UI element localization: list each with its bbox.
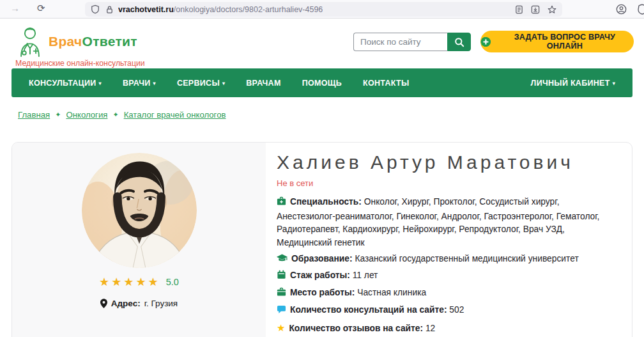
online-status: Не в сети [277,178,620,188]
ask-question-button[interactable]: ЗАДАТЬ ВОПРОС ВРАЧУ ОНЛАЙН [480,31,634,52]
nav-label: КОНСУЛЬТАЦИИ [29,79,96,88]
doctor-logo-icon [15,26,45,58]
doctor-fields: Специальность: Онколог, Хирург, Проктоло… [277,196,620,335]
page: → ⟳ vrachotvetit.ru/onkologiya/doctors/9… [0,0,644,337]
field-specialty: Специальность: Онколог, Хирург, Проктоло… [277,196,620,250]
site-header: ВрачОтветит Медицинские онлайн-консульта… [0,19,644,68]
chevron-down-icon: ▾ [613,81,615,86]
logo-part-1: Врач [49,34,82,49]
address-bar[interactable]: vrachotvetit.ru/onkologiya/doctors/9802-… [85,2,562,17]
field-workplace: Место работы: Частная клиника [277,286,620,301]
field-label: Специальность: [290,197,362,207]
field-value: Казанский государственный медицинский ун… [355,254,578,263]
logo-text: ВрачОтветит [49,34,137,49]
star-icon: ★ [277,322,285,333]
doctor-card: ★★★★★ 5.0 Адрес: г. Грузия Халиев Артур … [12,142,632,337]
nav-item-doctors[interactable]: ВРАЧИ▾ [123,79,156,88]
nav-item-account[interactable]: ЛИЧНЫЙ КАБИНЕТ▾ [531,79,615,88]
forward-icon[interactable]: → [10,3,20,13]
extension-icon[interactable] [637,4,644,15]
nav-item-for-doctors[interactable]: ВРАЧАМ [246,79,280,88]
shield-icon[interactable] [91,4,100,14]
field-label: Место работы: [290,288,355,297]
calendar-icon [277,270,286,284]
url-path: /onkologiya/doctors/9802-arturhaliev-459… [174,5,323,14]
nav-item-contacts[interactable]: КОНТАКТЫ [363,79,409,88]
doctor-card-right: Халиев Артур Маратович Не в сети Специал… [266,143,632,337]
doctor-card-left: ★★★★★ 5.0 Адрес: г. Грузия [12,143,266,337]
logo-part-2: Ответит [82,34,137,49]
reload-icon[interactable]: ⟳ [37,3,45,14]
nav-label: ВРАЧАМ [246,79,280,88]
chat-plus-icon [480,36,491,47]
chevron-down-icon: ▾ [99,81,102,86]
medical-bag-icon [277,196,286,210]
breadcrumb: Главная ✦ Онкология ✦ Каталог врачей онк… [18,110,226,120]
address-value: г. Грузия [144,299,178,308]
field-value: 11 лет [353,270,378,280]
field-consultations: Количество консультаций на сайте: 502 [277,304,620,318]
bookmark-star-icon[interactable] [548,5,556,14]
search-input[interactable] [353,33,447,51]
nav-label: СЕРВИСЫ [177,79,220,88]
nav-label: КОНТАКТЫ [363,79,409,88]
rating-stars-icon: ★★★★★ [99,275,160,289]
nav-item-consultations[interactable]: КОНСУЛЬТАЦИИ▾ [29,79,102,88]
rating-value: 5.0 [166,277,179,287]
doctor-name: Халиев Артур Маратович [277,152,620,173]
field-label: Количество консультаций на сайте: [290,305,447,315]
field-experience: Стаж работы: 11 лет [277,269,620,284]
browser-toolbar: → ⟳ vrachotvetit.ru/onkologiya/doctors/9… [0,0,644,19]
address-label: Адрес: [111,299,141,308]
chevron-down-icon: ▾ [222,81,225,86]
url-text[interactable]: vrachotvetit.ru/onkologiya/doctors/9802-… [118,5,323,14]
account-icon[interactable] [616,4,627,15]
site-search [353,33,471,51]
nav-item-help[interactable]: ПОМОЩЬ [302,79,342,88]
breadcrumb-home[interactable]: Главная [18,110,50,120]
breadcrumb-separator-icon: ✦ [55,111,61,119]
chat-bubble-icon [277,305,286,318]
ask-question-label: ЗАДАТЬ ВОПРОС ВРАЧУ ОНЛАЙН [496,33,634,51]
logo-tagline: Медицинские онлайн-консультации [15,59,145,68]
url-domain: vrachotvetit.ru [118,5,174,14]
nav-label: ВРАЧИ [123,79,151,88]
field-education: Образование: Казанский государственный м… [277,253,620,267]
nav-label: ЛИЧНЫЙ КАБИНЕТ [531,79,610,88]
lock-icon[interactable] [105,5,114,14]
breadcrumb-separator-icon: ✦ [112,111,118,119]
field-reviews: ★Количество отзывов на сайте: 12 [277,321,620,336]
chevron-down-icon: ▾ [153,81,156,86]
nav-label: ПОМОЩЬ [302,79,342,88]
graduation-cap-icon [277,254,288,267]
field-label: Количество отзывов на сайте: [289,324,423,333]
reader-mode-icon[interactable] [515,5,523,14]
field-label: Стаж работы: [290,270,350,280]
breadcrumb-catalog[interactable]: Каталог врачей онкологов [124,110,226,120]
rating-row: ★★★★★ 5.0 [99,275,179,289]
field-value: 502 [449,305,464,315]
breadcrumb-oncology[interactable]: Онкология [66,110,107,120]
field-value: 12 [425,324,435,333]
save-page-icon[interactable] [531,5,540,14]
address-row: Адрес: г. Грузия [100,299,178,308]
medical-bag-icon [277,287,286,301]
map-pin-icon [100,299,107,308]
site-logo[interactable]: ВрачОтветит Медицинские онлайн-консульта… [15,26,145,68]
field-value: Частная клиника [357,288,426,297]
doctor-photo [82,153,197,268]
search-button[interactable] [447,33,471,51]
main-nav: КОНСУЛЬТАЦИИ▾ ВРАЧИ▾ СЕРВИСЫ▾ ВРАЧАМ ПОМ… [12,68,632,97]
field-label: Образование: [291,254,353,263]
nav-item-services[interactable]: СЕРВИСЫ▾ [177,79,225,88]
search-icon [454,37,464,47]
